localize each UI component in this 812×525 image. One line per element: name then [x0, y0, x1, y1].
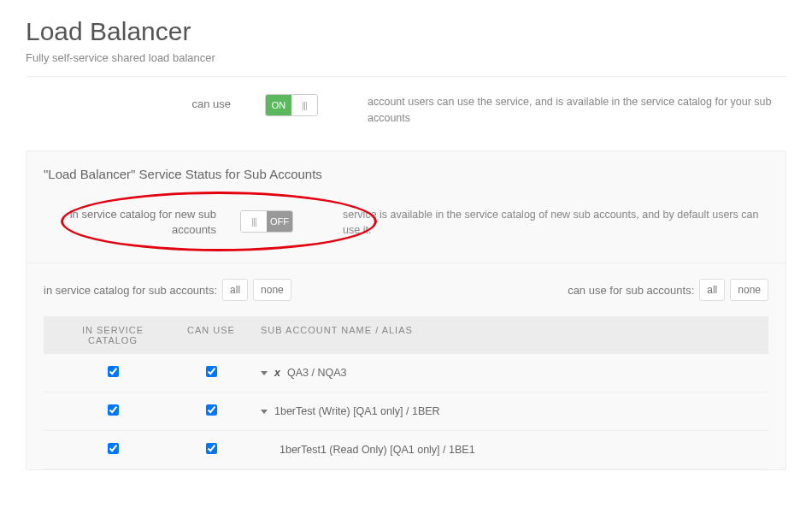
sub-accounts-panel: "Load Balancer" Service Status for Sub A…	[26, 150, 786, 471]
can-use-row: can use ON ||| account users can use the…	[26, 94, 786, 127]
toggle-on-text: ON	[266, 95, 291, 115]
filter-left-group: in service catalog for sub accounts: all…	[44, 279, 291, 301]
sub-accounts-table: IN SERVICE CATALOG CAN USE SUB ACCOUNT N…	[44, 316, 768, 469]
in-service-checkbox[interactable]	[108, 366, 119, 377]
toggle-off-text: OFF	[267, 211, 292, 232]
toggle-grip-icon: |||	[291, 95, 317, 115]
table-row: xQA3 / NQA3	[44, 354, 768, 392]
in-service-new-toggle[interactable]: ||| OFF	[240, 210, 293, 233]
toggle-grip-icon: |||	[241, 211, 267, 232]
can-use-all-button[interactable]: all	[699, 279, 725, 301]
table-row: 1berTest1 (Read Only) [QA1 only] / 1BE1	[44, 431, 768, 469]
divider	[26, 76, 786, 77]
table-row: 1berTest (Write) [QA1 only] / 1BER	[44, 392, 768, 431]
page-title: Load Balancer	[26, 17, 786, 46]
can-use-none-button[interactable]: none	[730, 279, 768, 301]
in-service-new-row: in service catalog for new sub accounts …	[44, 207, 768, 239]
table-header: IN SERVICE CATALOG CAN USE SUB ACCOUNT N…	[44, 316, 768, 354]
header-name: SUB ACCOUNT NAME / ALIAS	[254, 325, 755, 345]
panel-title: "Load Balancer" Service Status for Sub A…	[44, 167, 768, 181]
filter-left-label: in service catalog for sub accounts:	[44, 284, 217, 297]
sub-account-name: 1berTest1 (Read Only) [QA1 only] / 1BE1	[279, 444, 475, 456]
page-subtitle: Fully self-service shared load balancer	[26, 51, 786, 64]
can-use-label: can use	[26, 94, 265, 110]
filter-right-label: can use for sub accounts:	[568, 284, 694, 297]
in-service-checkbox[interactable]	[108, 443, 119, 454]
sub-account-name: 1berTest (Write) [QA1 only] / 1BER	[274, 405, 440, 417]
filter-bar: in service catalog for sub accounts: all…	[44, 279, 768, 301]
in-service-new-label: in service catalog for new sub accounts	[44, 207, 240, 238]
can-use-description: account users can use the service, and i…	[368, 94, 786, 127]
header-can-use: CAN USE	[168, 325, 254, 345]
in-service-all-button[interactable]: all	[222, 279, 248, 301]
can-use-checkbox[interactable]	[206, 443, 217, 454]
in-service-new-description: service is available in the service cata…	[343, 207, 768, 239]
panel-divider	[26, 262, 786, 263]
filter-right-group: can use for sub accounts: all none	[568, 279, 768, 301]
in-service-none-button[interactable]: none	[253, 279, 291, 301]
header-in-service: IN SERVICE CATALOG	[57, 325, 168, 345]
expand-caret-icon[interactable]	[261, 371, 268, 375]
sub-account-name: QA3 / NQA3	[287, 367, 346, 379]
expand-caret-icon[interactable]	[261, 410, 268, 414]
x-icon: x	[274, 367, 280, 379]
table-body[interactable]: xQA3 / NQA31berTest (Write) [QA1 only] /…	[44, 354, 768, 469]
can-use-checkbox[interactable]	[206, 366, 217, 377]
in-service-checkbox[interactable]	[108, 404, 119, 416]
can-use-toggle[interactable]: ON |||	[265, 94, 318, 116]
can-use-checkbox[interactable]	[206, 404, 217, 416]
